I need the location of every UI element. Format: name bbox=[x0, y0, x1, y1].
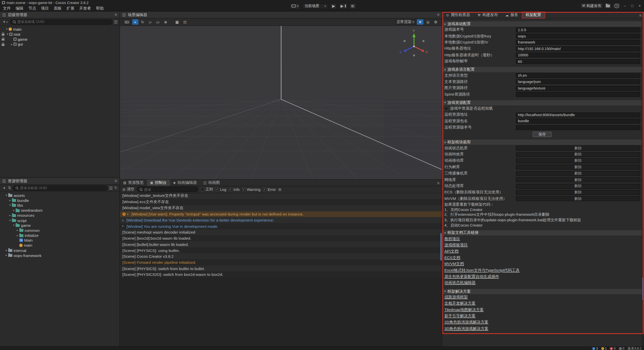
expand-arrow-icon[interactable]: ▸ bbox=[16, 234, 19, 237]
expand-arrow-icon[interactable]: ▾ bbox=[12, 224, 16, 227]
expand-arrow-icon[interactable]: ▸ bbox=[5, 249, 8, 252]
expand-arrow-icon[interactable]: ▾ bbox=[5, 194, 8, 197]
hierarchy-search-input[interactable] bbox=[17, 20, 110, 24]
panel-menu-icon[interactable]: ≡ bbox=[437, 181, 439, 185]
doc-link[interactable]: Excel格式转Json文件与TypeScript代码工具 bbox=[445, 268, 520, 273]
console-search-box[interactable] bbox=[137, 187, 198, 192]
section-header-i18n[interactable]: ▾ 游戏多语言配置 bbox=[442, 67, 642, 72]
menu-project[interactable]: 项目 bbox=[38, 6, 51, 11]
rotate-tool-button[interactable]: ↻ bbox=[139, 19, 146, 25]
pivot-toggle-button[interactable]: ▦ bbox=[174, 19, 181, 25]
hierarchy-search-box[interactable] bbox=[10, 19, 112, 24]
close-button[interactable]: × bbox=[637, 3, 643, 9]
sort-icon[interactable]: ⇅ bbox=[8, 186, 11, 190]
menu-edit[interactable]: 编辑 bbox=[13, 6, 26, 11]
anchor-tool-button[interactable]: ⊕ bbox=[163, 19, 169, 25]
save-button[interactable]: 保存 bbox=[533, 132, 552, 137]
expand-arrow-icon[interactable]: ▾ bbox=[6, 32, 10, 36]
asset-node-game[interactable]: ▾ game bbox=[0, 223, 119, 228]
panel-menu-icon[interactable]: ≡ bbox=[639, 14, 642, 18]
menu-developer[interactable]: 开发者 bbox=[77, 6, 93, 11]
tab-build-publish[interactable]: ⚒ 构建发布 bbox=[474, 12, 501, 19]
play-button[interactable]: ▶ bbox=[330, 3, 337, 9]
asset-node-oops-framework[interactable]: ▸ oops-framework bbox=[0, 253, 119, 258]
refresh-icon[interactable]: ↻ bbox=[114, 186, 117, 190]
filter-error[interactable]: Error bbox=[263, 187, 276, 191]
asset-node-main-ts[interactable]: Main bbox=[0, 238, 119, 243]
scrollbar-thumb[interactable] bbox=[642, 278, 643, 300]
log-row-info[interactable]: ▸ [Window] You are running Vue in develo… bbox=[120, 223, 442, 229]
move-tool-button[interactable]: + bbox=[132, 19, 138, 25]
filter-icon[interactable] bbox=[109, 187, 113, 189]
field-input[interactable]: http://localhost:8083/assets/bundle bbox=[516, 112, 640, 117]
tree-node-game[interactable]: game bbox=[0, 37, 119, 42]
delete-button[interactable]: 删除 bbox=[516, 190, 640, 195]
filter-icon[interactable] bbox=[114, 20, 117, 23]
doc-link[interactable]: ECS文档 bbox=[445, 255, 460, 260]
field-input[interactable]: zh,en bbox=[516, 73, 640, 78]
field-input[interactable] bbox=[516, 92, 640, 97]
tab-property-inspector[interactable]: ⊙ 属性检查器 bbox=[442, 12, 474, 19]
mode-3d-button[interactable]: 3D bbox=[123, 19, 131, 25]
expand-arrow-icon[interactable]: ▸ bbox=[10, 42, 14, 46]
filter-info[interactable]: Info bbox=[229, 187, 239, 191]
status-notifications[interactable]: 0 bbox=[619, 346, 624, 350]
menu-help[interactable]: 帮助 bbox=[93, 6, 106, 11]
solution-link[interactable]: 新手引导解决方案 bbox=[445, 314, 476, 319]
tab-asset-preview[interactable]: ▤ 资源预览 bbox=[120, 180, 147, 186]
delete-button[interactable]: 删除 bbox=[516, 184, 640, 189]
minimize-button[interactable]: – bbox=[622, 3, 628, 9]
field-input[interactable]: language/texture bbox=[516, 86, 640, 91]
camera-button[interactable]: ◎ bbox=[425, 19, 431, 25]
section-header-modules[interactable]: ▾ 框架模块裁剪 bbox=[442, 140, 642, 145]
help-button[interactable]: ? bbox=[613, 3, 621, 9]
asset-node-internal[interactable]: ▸ internal bbox=[0, 248, 119, 253]
expand-arrow-icon[interactable]: ▸ bbox=[5, 254, 8, 257]
log-row[interactable]: [Window] ecs文件夹不存在 bbox=[120, 199, 442, 205]
delete-button[interactable]: 删除 bbox=[516, 152, 640, 157]
section-header-basic[interactable]: ▾ 游戏基础配置 bbox=[442, 21, 642, 27]
scrollbar-thumb[interactable] bbox=[440, 233, 442, 260]
scene-viewport[interactable]: Y X Z bbox=[120, 26, 442, 179]
step-button[interactable]: ▶ bbox=[339, 3, 347, 9]
field-input[interactable]: framework bbox=[516, 40, 640, 45]
log-row[interactable]: [Scene] [PHYSICS]: switch from builtin t… bbox=[120, 265, 442, 271]
section-header-docs[interactable]: ▾ 框架文档工具链接 bbox=[442, 230, 642, 236]
panel-menu-icon[interactable]: ≡ bbox=[115, 13, 117, 17]
preview-window-button[interactable]: ⊞ bbox=[349, 3, 356, 9]
log-row[interactable]: [Scene] [bullet]:bullet wasm lib loaded. bbox=[120, 241, 442, 247]
scene-selector[interactable]: 当前场景 ▾ bbox=[302, 3, 328, 9]
asset-node-assets[interactable]: ▾ assets bbox=[0, 193, 119, 198]
status-errors[interactable]: × 0 bbox=[610, 346, 616, 350]
tab-animation-editor[interactable]: ◈ 动画编辑器 bbox=[170, 180, 200, 186]
filter-warning[interactable]: Warning bbox=[242, 187, 260, 191]
console-search-input[interactable] bbox=[144, 187, 196, 191]
tab-animation-graph[interactable]: ◫ 动画图 bbox=[200, 180, 223, 186]
solution-link[interactable]: 全栈开发解决方案 bbox=[445, 301, 476, 306]
doc-link[interactable]: 动画状态机编辑器 bbox=[445, 280, 476, 286]
menu-node[interactable]: 节点 bbox=[26, 6, 39, 11]
filter-regex[interactable]: 正则 bbox=[201, 187, 213, 192]
expand-arrow-icon[interactable]: ▾ bbox=[8, 204, 12, 207]
scale-tool-button[interactable]: ▱ bbox=[147, 19, 153, 25]
log-row-notice[interactable]: [Scene] Forward render pipeline initiali… bbox=[120, 259, 442, 265]
section-header-resources[interactable]: ▾ 游戏资源配置 bbox=[442, 100, 642, 105]
axis-gizmo[interactable]: Y X Z bbox=[398, 29, 430, 59]
tree-node-main[interactable]: ▾ main bbox=[0, 27, 119, 32]
lock-icon[interactable] bbox=[2, 39, 5, 41]
checkbox-checked-icon[interactable] bbox=[229, 188, 232, 191]
menu-extension[interactable]: 扩展 bbox=[64, 6, 77, 11]
expand-arrow-icon[interactable]: ▸ bbox=[8, 199, 12, 202]
render-mode-select[interactable]: 正常渲染 ▾ bbox=[395, 19, 416, 25]
panel-menu-icon[interactable]: ≡ bbox=[437, 13, 439, 17]
asset-node-main-scene[interactable]: main bbox=[0, 243, 119, 248]
checkbox-checked-icon[interactable] bbox=[215, 188, 219, 191]
log-row[interactable]: [Window] model_view文件夹不存在 bbox=[120, 205, 442, 211]
checkbox-checked-icon[interactable] bbox=[263, 188, 266, 191]
doc-link[interactable]: MVVM文档 bbox=[445, 261, 464, 267]
lock-icon[interactable] bbox=[2, 44, 5, 46]
assets-search-box[interactable] bbox=[13, 185, 108, 191]
preview-platform-button[interactable]: ▾ bbox=[290, 3, 300, 9]
tree-node-root[interactable]: ▾ root bbox=[0, 32, 119, 37]
checkbox-icon[interactable] bbox=[201, 188, 204, 191]
